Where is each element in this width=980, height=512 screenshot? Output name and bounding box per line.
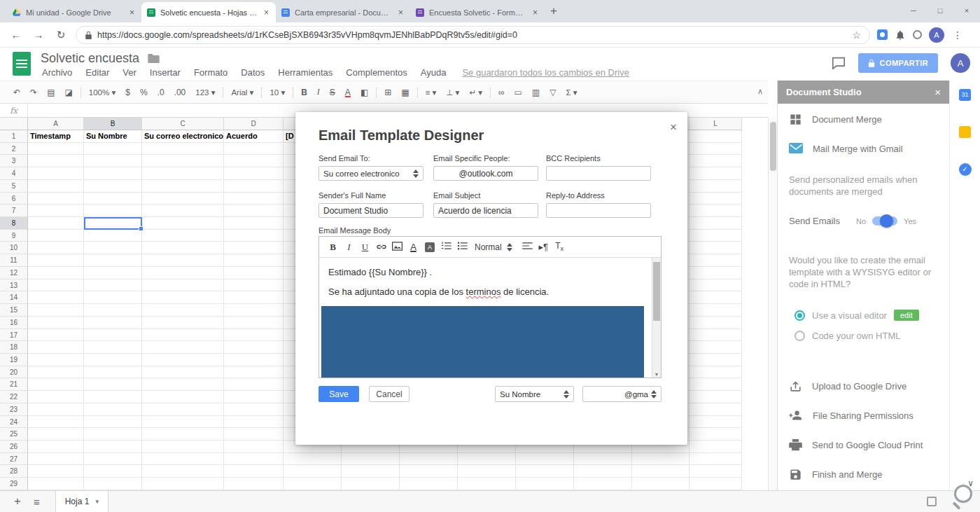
row-header-16[interactable]: 16	[0, 317, 28, 329]
column-header-D[interactable]: D	[224, 118, 284, 130]
cell-A6[interactable]	[28, 193, 84, 205]
cell-L13[interactable]	[690, 279, 742, 292]
embedded-image[interactable]	[321, 306, 644, 378]
cell-B7[interactable]	[84, 205, 142, 217]
cell-A14[interactable]	[28, 291, 84, 304]
row-header-28[interactable]: 28	[0, 465, 28, 478]
menu-editar[interactable]: Editar	[85, 67, 109, 78]
cell-L16[interactable]	[690, 317, 742, 329]
row-header-9[interactable]: 9	[0, 230, 28, 242]
cell-L14[interactable]	[690, 291, 742, 304]
cell-I29[interactable]	[516, 478, 574, 490]
cell-L21[interactable]	[690, 378, 742, 391]
menu-complementos[interactable]: Complementos	[346, 67, 407, 78]
row-header-10[interactable]: 10	[0, 242, 28, 254]
row-header-23[interactable]: 23	[0, 403, 28, 416]
cell-D1[interactable]: Acuerdo	[224, 130, 284, 143]
cell-A11[interactable]	[28, 254, 84, 267]
browser-tab-drive[interactable]: Mi unidad - Google Drive ×	[7, 2, 141, 22]
document-title[interactable]: Solvetic encuesta	[41, 51, 139, 66]
photos-extension-icon[interactable]	[877, 29, 888, 40]
cell-B22[interactable]	[84, 391, 142, 403]
move-to-folder-icon[interactable]	[148, 54, 160, 63]
cell-D13[interactable]	[224, 279, 284, 292]
cell-C22[interactable]	[142, 391, 224, 403]
cell-F27[interactable]	[342, 453, 400, 466]
cell-C20[interactable]	[142, 366, 224, 379]
print-icon[interactable]: ▤	[42, 88, 59, 97]
sidebar-item-upload-drive[interactable]: Upload to Google Drive	[789, 378, 938, 394]
comments-icon[interactable]	[832, 57, 846, 69]
browser-menu-icon[interactable]: ⋮	[951, 29, 964, 41]
cell-C11[interactable]	[142, 254, 224, 267]
cell-B24[interactable]	[84, 416, 142, 429]
cell-L29[interactable]	[690, 478, 742, 490]
edit-button[interactable]: edit	[894, 310, 919, 321]
cell-L28[interactable]	[690, 465, 742, 478]
row-header-17[interactable]: 17	[0, 329, 28, 342]
radio-selected-icon[interactable]	[794, 310, 805, 321]
cell-B15[interactable]	[84, 304, 142, 317]
cell-D9[interactable]	[224, 230, 284, 242]
cell-D28[interactable]	[224, 465, 284, 478]
cell-C18[interactable]	[142, 341, 224, 354]
send-email-to-select[interactable]: Su correo electronico	[318, 166, 424, 181]
column-header-L[interactable]: L	[690, 118, 742, 130]
cell-A5[interactable]	[28, 180, 84, 193]
cell-B6[interactable]	[84, 193, 142, 205]
cell-B27[interactable]	[84, 453, 142, 466]
cell-H29[interactable]	[458, 478, 516, 490]
row-header-1[interactable]: 1	[0, 130, 28, 143]
vertical-align-select[interactable]: ⊥ ▾	[441, 88, 464, 97]
refresh-icon[interactable]: ↻	[53, 29, 69, 41]
row-header-19[interactable]: 19	[0, 354, 28, 366]
cell-A1[interactable]: Timestamp	[28, 130, 84, 143]
cell-L10[interactable]	[690, 242, 742, 254]
minimize-icon[interactable]: ─	[900, 6, 927, 15]
cell-D22[interactable]	[224, 391, 284, 403]
fill-color-icon[interactable]: ◧	[356, 88, 373, 97]
cell-D7[interactable]	[224, 205, 284, 217]
cell-A2[interactable]	[28, 143, 84, 155]
scroll-down-icon[interactable]: ▾	[652, 371, 661, 378]
clear-formatting-icon[interactable]: Tx	[552, 241, 568, 252]
cell-B10[interactable]	[84, 242, 142, 254]
cell-C4[interactable]	[142, 167, 224, 180]
scrollbar-thumb[interactable]	[770, 122, 776, 171]
calendar-icon[interactable]: 31	[959, 89, 971, 101]
bell-icon[interactable]	[895, 29, 906, 41]
cell-A17[interactable]	[28, 329, 84, 342]
insert-chart-icon[interactable]: ▥	[527, 88, 545, 97]
back-icon[interactable]: ←	[8, 29, 24, 41]
highlight-color-icon[interactable]: A	[425, 242, 435, 252]
cell-B20[interactable]	[84, 366, 142, 379]
cell-K28[interactable]	[632, 465, 690, 478]
cell-A26[interactable]	[28, 441, 84, 453]
cell-D15[interactable]	[224, 304, 284, 317]
cell-B5[interactable]	[84, 180, 142, 193]
merge-cells-icon[interactable]: ▦	[396, 88, 414, 97]
cell-D3[interactable]	[224, 155, 284, 167]
increase-decimals-icon[interactable]: .00	[169, 88, 191, 97]
editor-scrollbar[interactable]: ▾	[652, 258, 661, 378]
bold-icon[interactable]: B	[325, 242, 341, 253]
cell-D6[interactable]	[224, 193, 284, 205]
share-button[interactable]: COMPARTIR	[858, 53, 938, 73]
cell-C23[interactable]	[142, 403, 224, 416]
cell-C7[interactable]	[142, 205, 224, 217]
cell-L17[interactable]	[690, 329, 742, 342]
email-domain-select[interactable]: @gma	[582, 386, 662, 402]
cell-L22[interactable]	[690, 391, 742, 403]
close-window-icon[interactable]: ×	[953, 6, 980, 15]
cell-D19[interactable]	[224, 354, 284, 366]
selected-cell-B8[interactable]	[84, 217, 142, 230]
cell-B1[interactable]: Su Nombre	[84, 130, 142, 143]
forward-icon[interactable]: →	[31, 29, 46, 41]
cell-C3[interactable]	[142, 155, 224, 167]
editor-scrollbar-thumb[interactable]	[653, 262, 660, 321]
cell-B21[interactable]	[84, 378, 142, 391]
sheet-tab-menu-icon[interactable]: ▾	[95, 498, 99, 505]
horizontal-align-select[interactable]: ≡ ▾	[421, 88, 442, 97]
menu-insertar[interactable]: Insertar	[150, 67, 181, 78]
option-own-html[interactable]: Code your own HTML	[794, 331, 938, 341]
